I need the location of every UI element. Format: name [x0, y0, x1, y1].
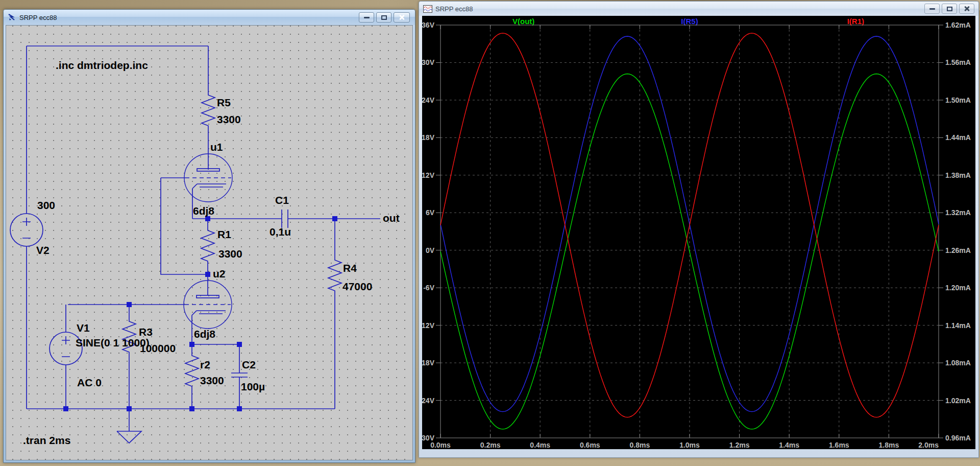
- waveform-minimize-button[interactable]: [924, 4, 940, 14]
- ground-symbol: [117, 409, 141, 443]
- waveform-plot-area[interactable]: V(out) I(R5) I(R1) 36V1.62mA30V1.56mA24V…: [422, 16, 975, 449]
- maximize-icon: [381, 15, 387, 20]
- schematic-window: SRPP ecc88: [3, 9, 415, 463]
- v1-spice-label[interactable]: AC 0: [77, 377, 102, 388]
- v1-name-label[interactable]: V1: [77, 322, 90, 334]
- schematic-circuit-drawing: [6, 26, 413, 460]
- c1-name-label[interactable]: C1: [275, 194, 289, 206]
- svg-text:24V: 24V: [422, 96, 435, 104]
- waveform-close-button[interactable]: [959, 4, 974, 14]
- svg-text:1.20mA: 1.20mA: [945, 284, 971, 292]
- schematic-close-button[interactable]: [394, 12, 410, 22]
- minimize-icon: [929, 8, 935, 10]
- svg-text:2.0ms: 2.0ms: [918, 441, 939, 449]
- schematic-minimize-button[interactable]: [359, 12, 374, 22]
- svg-text:1.14mA: 1.14mA: [945, 321, 971, 330]
- waveform-maximize-button[interactable]: [942, 4, 957, 14]
- u1-name-label[interactable]: u1: [210, 141, 223, 153]
- svg-text:1.26mA: 1.26mA: [945, 246, 971, 254]
- svg-text:1.6ms: 1.6ms: [829, 441, 849, 449]
- svg-text:-18V: -18V: [422, 359, 435, 367]
- waveform-window-title: SRPP ecc88: [435, 5, 924, 13]
- schematic-maximize-button[interactable]: [376, 12, 391, 22]
- waveform-grid-and-traces: 36V1.62mA30V1.56mA24V1.50mA18V1.44mA12V1…: [422, 16, 976, 454]
- u2-name-label[interactable]: u2: [213, 268, 226, 279]
- r2-resistor-symbol: [185, 346, 199, 409]
- svg-text:36V: 36V: [422, 21, 435, 29]
- svg-text:1.44mA: 1.44mA: [945, 133, 971, 142]
- r3-name-label[interactable]: R3: [139, 326, 153, 338]
- svg-text:6V: 6V: [426, 208, 435, 217]
- v2-value-label[interactable]: 300: [37, 199, 55, 211]
- r4-resistor-symbol: [328, 221, 341, 409]
- r4-name-label[interactable]: R4: [343, 262, 357, 274]
- r3-value-label[interactable]: 100000: [140, 342, 176, 354]
- waveform-titlebar[interactable]: SRPP ecc88: [419, 2, 978, 16]
- schematic-titlebar[interactable]: SRPP ecc88: [4, 10, 415, 25]
- svg-text:0.4ms: 0.4ms: [530, 441, 550, 449]
- r2-value-label[interactable]: 3300: [200, 375, 224, 386]
- svg-text:18V: 18V: [422, 133, 435, 142]
- svg-text:1.4ms: 1.4ms: [779, 441, 799, 449]
- r5-value-label[interactable]: 3300: [217, 113, 241, 125]
- v1-value-label[interactable]: SINE(0 1 1000): [76, 337, 150, 348]
- schematic-canvas[interactable]: .inc dmtriodep.inc R5 3300 u1 6dj8 C1 0,…: [6, 25, 413, 460]
- svg-text:-6V: -6V: [423, 284, 434, 292]
- svg-text:1.8ms: 1.8ms: [879, 441, 899, 449]
- svg-text:0.6ms: 0.6ms: [580, 441, 600, 449]
- svg-text:1.56mA: 1.56mA: [945, 58, 971, 66]
- svg-text:12V: 12V: [422, 171, 435, 179]
- r1-resistor-symbol: [201, 219, 214, 272]
- svg-text:1.50mA: 1.50mA: [945, 96, 971, 104]
- r5-name-label[interactable]: R5: [217, 97, 231, 108]
- svg-text:0.0ms: 0.0ms: [430, 441, 451, 449]
- svg-text:1.2ms: 1.2ms: [729, 441, 750, 449]
- svg-text:1.08mA: 1.08mA: [945, 359, 971, 367]
- waveform-window: SRPP ecc88 V(out) I(R5) I(R1) 36V1.62mA3…: [419, 1, 979, 458]
- u2-type-label[interactable]: 6dj8: [194, 328, 215, 340]
- c2-capacitor-symbol: [231, 346, 248, 409]
- svg-text:0.8ms: 0.8ms: [630, 441, 650, 449]
- wire-out: [192, 209, 380, 228]
- schematic-window-title: SRPP ecc88: [19, 14, 359, 21]
- spice-directive-include[interactable]: .inc dmtriodep.inc: [56, 59, 148, 71]
- spice-directive-tran[interactable]: .tran 2ms: [23, 434, 70, 446]
- svg-text:30V: 30V: [422, 58, 435, 66]
- minimize-icon: [364, 17, 370, 18]
- v2-name-label[interactable]: V2: [36, 244, 50, 256]
- close-icon: [399, 14, 405, 20]
- u1-type-label[interactable]: 6dj8: [193, 205, 214, 217]
- waveform-doc-icon: [423, 5, 432, 13]
- r4-value-label[interactable]: 47000: [342, 281, 372, 292]
- svg-text:0.96mA: 0.96mA: [945, 434, 971, 442]
- svg-text:1.38mA: 1.38mA: [945, 171, 971, 179]
- svg-text:1.62mA: 1.62mA: [945, 21, 971, 29]
- ltspice-app-icon: [8, 13, 16, 21]
- svg-text:1.0ms: 1.0ms: [679, 441, 700, 449]
- out-net-label[interactable]: out: [383, 212, 400, 224]
- c2-value-label[interactable]: 100µ: [241, 381, 265, 392]
- maximize-icon: [947, 7, 952, 11]
- svg-text:1.02mA: 1.02mA: [945, 397, 971, 405]
- svg-text:-12V: -12V: [422, 321, 435, 330]
- svg-text:0V: 0V: [426, 246, 435, 254]
- r2-name-label[interactable]: r2: [200, 359, 210, 370]
- c1-value-label[interactable]: 0,1u: [270, 226, 291, 238]
- svg-text:1.32mA: 1.32mA: [945, 208, 971, 217]
- wire-top-rail: [27, 46, 208, 409]
- svg-text:0.2ms: 0.2ms: [480, 441, 501, 449]
- c2-name-label[interactable]: C2: [242, 359, 256, 370]
- wire-u1-grid: [161, 178, 206, 274]
- r3-resistor-symbol: [122, 307, 136, 409]
- r1-name-label[interactable]: R1: [217, 228, 231, 240]
- close-icon: [964, 6, 970, 12]
- svg-text:-24V: -24V: [422, 397, 435, 405]
- r1-value-label[interactable]: 3300: [218, 248, 242, 260]
